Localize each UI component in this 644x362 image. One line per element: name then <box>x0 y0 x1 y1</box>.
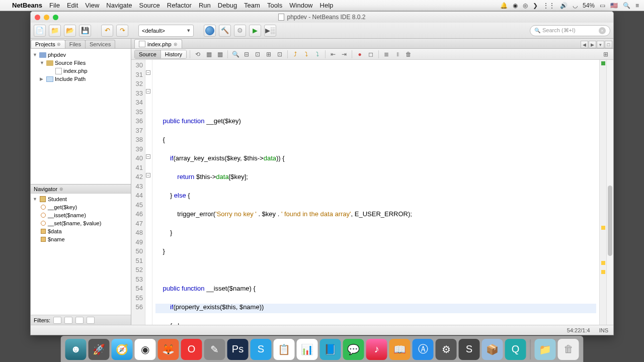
fold-marker[interactable]: − <box>146 154 150 159</box>
dock-quicktime[interactable]: Q <box>505 339 526 360</box>
split-button[interactable]: ⊞ <box>601 50 610 59</box>
app-name[interactable]: NetBeans <box>12 2 42 9</box>
toolbar-button[interactable]: ● <box>355 50 364 59</box>
dock-folder[interactable]: 📁 <box>535 339 556 360</box>
scroll-thumb[interactable] <box>608 186 612 256</box>
tab-projects[interactable]: Projects⊗ <box>31 40 65 48</box>
new-project-button[interactable]: 📁 <box>49 25 61 37</box>
nav-member[interactable]: $name <box>48 236 65 242</box>
dock-chrome[interactable]: ◉ <box>135 339 156 360</box>
navigator-tree[interactable]: ▼Student __get($key) __isset($name) __se… <box>31 194 131 315</box>
redo-button[interactable]: ↷ <box>116 25 128 37</box>
tray-icon[interactable]: ❯ <box>533 2 538 9</box>
undo-button[interactable]: ↶ <box>101 25 113 37</box>
volume-icon[interactable]: 🔊 <box>560 2 568 9</box>
dock-app[interactable]: ✎ <box>204 339 225 360</box>
new-file-button[interactable]: 📄 <box>34 25 46 37</box>
dock-launchpad[interactable]: 🚀 <box>89 339 110 360</box>
menu-refactor[interactable]: Refactor <box>167 2 192 9</box>
menu-file[interactable]: File <box>49 2 60 9</box>
clean-build-button[interactable]: ⚙ <box>234 25 246 37</box>
close-button[interactable] <box>35 15 40 20</box>
source-view-button[interactable]: Source <box>135 50 161 58</box>
filter-button[interactable] <box>75 317 84 324</box>
nav-member[interactable]: $data <box>48 228 62 234</box>
filter-button[interactable] <box>53 317 61 324</box>
zoom-button[interactable] <box>53 15 58 20</box>
toolbar-button[interactable]: ⊡ <box>275 50 284 59</box>
clear-icon[interactable]: × <box>599 27 606 34</box>
wifi-icon[interactable]: ◡ <box>573 2 578 9</box>
close-icon[interactable]: ⊗ <box>57 42 61 47</box>
menu-debug[interactable]: Debug <box>218 2 237 9</box>
menu-window[interactable]: Window <box>289 2 312 9</box>
history-view-button[interactable]: History <box>161 50 186 58</box>
flag-icon[interactable]: 🇺🇸 <box>610 2 618 9</box>
code-editor[interactable]: 3031323334353637383940414243444546474849… <box>131 60 613 325</box>
toolbar-button[interactable]: ≣ <box>382 50 391 59</box>
toolbar-button[interactable]: ⤴ <box>291 50 300 59</box>
tray-icon[interactable]: ⋮⋮ <box>543 2 555 9</box>
toolbar-button[interactable]: ▦ <box>204 50 213 59</box>
fold-marker[interactable]: − <box>146 173 150 177</box>
file-index-php[interactable]: index.php <box>63 68 88 74</box>
global-search[interactable]: Search (⌘+I)× <box>530 25 610 36</box>
menu-tools[interactable]: Tools <box>267 2 282 9</box>
tab-files[interactable]: Files <box>65 40 86 48</box>
dock-virtualbox[interactable]: 📦 <box>482 339 503 360</box>
menu-navigate[interactable]: Navigate <box>106 2 132 9</box>
menu-icon[interactable]: ≡ <box>635 2 639 9</box>
tab-services[interactable]: Services <box>85 40 115 48</box>
toolbar-button[interactable]: ⤵ <box>302 50 311 59</box>
dock-sublime[interactable]: S <box>459 339 480 360</box>
save-all-button[interactable]: 💾 <box>79 25 91 37</box>
dock-ibooks[interactable]: 📖 <box>389 339 411 360</box>
dock-safari[interactable]: 🧭 <box>112 339 133 360</box>
menu-help[interactable]: Help <box>320 2 334 9</box>
toolbar-button[interactable]: ◻ <box>366 50 375 59</box>
nav-member[interactable]: __get($key) <box>48 204 77 210</box>
toolbar-button[interactable]: ⊡ <box>253 50 262 59</box>
project-name[interactable]: phpdev <box>48 52 66 58</box>
fold-column[interactable]: − − − − <box>145 60 152 325</box>
tray-icon[interactable]: ◎ <box>523 2 528 9</box>
battery-icon[interactable]: ▭ <box>600 2 605 9</box>
code-content[interactable]: public function __get($key) { if(array_k… <box>152 60 599 325</box>
debug-button[interactable]: ▶░ <box>264 25 276 37</box>
minimize-button[interactable] <box>44 15 49 20</box>
menu-team[interactable]: Team <box>244 2 260 9</box>
toolbar-button[interactable]: ⫴ <box>393 50 402 59</box>
run-browser-button[interactable] <box>204 25 216 37</box>
close-icon[interactable]: ⊗ <box>59 187 63 192</box>
toolbar-button[interactable]: ▦ <box>215 50 224 59</box>
tray-icon[interactable]: ◉ <box>513 2 518 9</box>
spotlight-icon[interactable]: 🔍 <box>623 2 630 9</box>
menu-run[interactable]: Run <box>199 2 211 9</box>
dock-app[interactable]: 📘 <box>320 339 341 360</box>
open-button[interactable]: 📂 <box>64 25 76 37</box>
source-files-folder[interactable]: Source Files <box>55 60 86 66</box>
dock-photoshop[interactable]: Ps <box>227 339 249 360</box>
toolbar-button[interactable]: ⊟ <box>242 50 251 59</box>
tray-icon[interactable]: 🔔 <box>500 2 508 9</box>
dock-firefox[interactable]: 🦊 <box>158 339 179 360</box>
toolbar-button[interactable]: ⤵ <box>313 50 322 59</box>
fold-marker[interactable]: − <box>146 70 150 75</box>
toolbar-button[interactable]: ⟲ <box>193 50 202 59</box>
dock-finder[interactable]: ☻ <box>65 339 87 360</box>
dock-app[interactable]: 📋 <box>274 339 295 360</box>
project-tree[interactable]: ▼phpdev ▼Source Files index.php ▶Include… <box>31 49 131 184</box>
nav-member[interactable]: __set($name, $value) <box>48 220 101 226</box>
toolbar-button[interactable]: 🗑 <box>404 50 413 59</box>
class-student[interactable]: Student <box>48 196 67 202</box>
build-button[interactable]: 🔨 <box>219 25 231 37</box>
filter-button[interactable] <box>87 317 95 324</box>
toolbar-button[interactable]: ⇥ <box>340 50 349 59</box>
dock-opera[interactable]: O <box>181 339 202 360</box>
include-path[interactable]: Include Path <box>55 76 86 82</box>
dock-itunes[interactable]: ♪ <box>366 339 387 360</box>
dock-trash[interactable]: 🗑 <box>558 339 579 360</box>
scroll-right-button[interactable]: ▶ <box>589 41 596 48</box>
toolbar-button[interactable]: 🔍 <box>231 50 240 59</box>
dock-skype[interactable]: S <box>251 339 272 360</box>
